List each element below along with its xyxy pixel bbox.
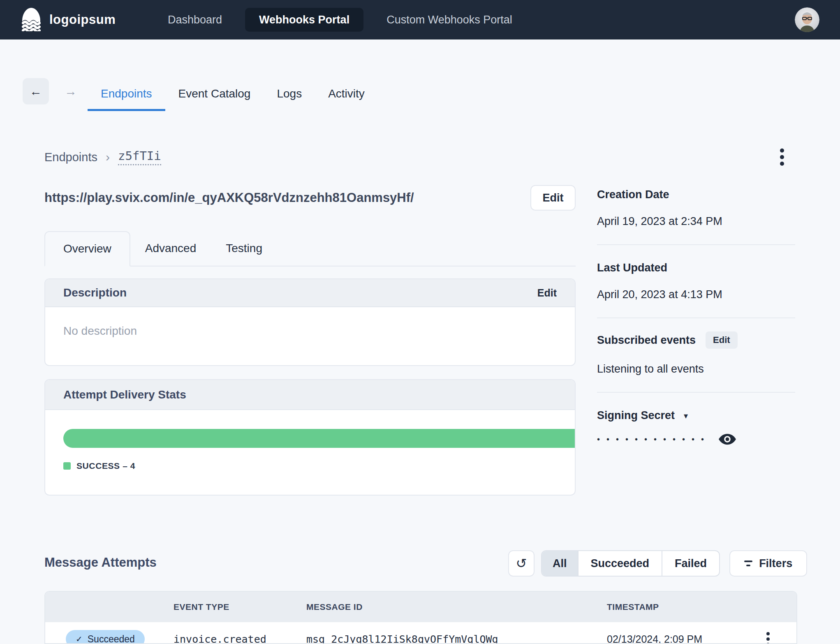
description-card: Description Edit No description: [44, 278, 576, 366]
last-updated-label: Last Updated: [597, 262, 795, 274]
row-message-id: msg_2cJyg8l12IiSk8qvOFfYmVqlQWg: [306, 633, 607, 644]
col-message-id: MESSAGE ID: [306, 602, 607, 612]
attempts-controls: ↺ All Succeeded Failed Filters: [508, 550, 807, 577]
filters-button[interactable]: Filters: [729, 550, 807, 577]
breadcrumb: Endpoints › z5fTIi: [44, 148, 797, 166]
endpoint-options-kebab-icon[interactable]: [778, 147, 786, 167]
signing-secret-toggle[interactable]: Signing Secret ▾: [597, 409, 688, 422]
success-bar: [63, 429, 576, 448]
description-title: Description: [63, 286, 127, 299]
success-legend-label: SUCCESS – 4: [76, 461, 135, 471]
creation-date-value: April 19, 2023 at 2:34 PM: [597, 215, 795, 228]
portal-tab-bar: ← → Endpoints Event Catalog Logs Activit…: [23, 78, 378, 111]
detail-tabs: Overview Advanced Testing: [44, 231, 576, 266]
back-button[interactable]: ←: [23, 78, 49, 104]
filter-succeeded-button[interactable]: Succeeded: [578, 551, 662, 576]
reveal-secret-eye-icon[interactable]: [719, 433, 736, 445]
forward-button[interactable]: →: [58, 78, 84, 104]
divider: [597, 392, 795, 393]
description-card-header: Description Edit: [45, 279, 575, 307]
filter-lines-icon: [744, 561, 752, 566]
filter-failed-button[interactable]: Failed: [662, 551, 719, 576]
delivery-stats-header: Attempt Delivery Stats: [45, 380, 575, 410]
chevron-right-icon: ›: [106, 151, 110, 163]
success-swatch-icon: [63, 462, 71, 470]
tab-activity[interactable]: Activity: [315, 78, 378, 111]
description-empty-text: No description: [45, 307, 575, 338]
top-navbar: logoipsum Dashboard Webhooks Portal Cust…: [0, 0, 840, 39]
signing-secret-label: Signing Secret: [597, 409, 675, 422]
edit-url-button[interactable]: Edit: [530, 185, 576, 211]
tab-logs[interactable]: Logs: [264, 78, 315, 111]
breadcrumb-endpoint-id[interactable]: z5fTIi: [118, 149, 161, 165]
nav-webhooks-portal[interactable]: Webhooks Portal: [245, 8, 363, 32]
col-timestamp: TIMESTAMP: [607, 602, 757, 612]
last-updated-value: April 20, 2023 at 4:13 PM: [597, 288, 795, 301]
table-row[interactable]: ✓ Succeeded invoice.created msg_2cJyg8l1…: [45, 622, 796, 644]
stats-legend: SUCCESS – 4: [63, 461, 557, 471]
creation-date-label: Creation Date: [597, 188, 795, 201]
nav-dashboard[interactable]: Dashboard: [168, 14, 222, 26]
tab-advanced[interactable]: Advanced: [130, 231, 211, 266]
edit-subscribed-events-button[interactable]: Edit: [706, 331, 738, 349]
back-arrow-icon: ←: [30, 84, 42, 98]
subscribed-events-row: Subscribed events Edit: [597, 331, 795, 349]
check-icon: ✓: [76, 634, 83, 644]
col-event-type: EVENT TYPE: [174, 602, 306, 612]
refresh-icon: ↺: [516, 556, 527, 571]
divider: [597, 317, 795, 318]
delivery-stats-card: Attempt Delivery Stats SUCCESS – 4: [44, 379, 576, 496]
portal-tabs: Endpoints Event Catalog Logs Activity: [88, 78, 378, 111]
row-options-kebab-icon[interactable]: [765, 630, 771, 644]
row-event-type: invoice.created: [174, 633, 306, 644]
attempts-table: EVENT TYPE MESSAGE ID TIMESTAMP ✓ Succee…: [44, 591, 797, 644]
masked-secret: ••••••••••••: [597, 435, 710, 443]
endpoint-url: https://play.svix.com/in/e_qyAXKQ58rVdzn…: [44, 190, 414, 205]
filters-button-label: Filters: [759, 557, 792, 570]
divider: [597, 244, 795, 245]
tab-testing[interactable]: Testing: [211, 231, 277, 266]
delivery-stats-title: Attempt Delivery Stats: [63, 388, 186, 401]
filter-all-button[interactable]: All: [542, 551, 578, 576]
tab-endpoints[interactable]: Endpoints: [88, 78, 165, 111]
brand-logo: logoipsum: [20, 0, 116, 39]
status-badge: ✓ Succeeded: [66, 630, 145, 644]
primary-nav: Dashboard Webhooks Portal Custom Webhook…: [168, 0, 512, 39]
refresh-button[interactable]: ↺: [508, 550, 535, 577]
endpoint-url-row: https://play.svix.com/in/e_qyAXKQ58rVdzn…: [44, 185, 576, 211]
message-attempts-title: Message Attempts: [44, 555, 157, 570]
edit-description-button[interactable]: Edit: [537, 287, 557, 299]
nav-custom-webhooks-portal[interactable]: Custom Webhooks Portal: [386, 14, 512, 26]
user-avatar[interactable]: [795, 7, 819, 32]
status-badge-label: Succeeded: [88, 634, 135, 644]
tab-overview[interactable]: Overview: [44, 231, 130, 266]
webhooks-portal-page: logoipsum Dashboard Webhooks Portal Cust…: [0, 0, 840, 644]
row-timestamp: 02/13/2024, 2:09 PM: [607, 633, 757, 644]
tab-event-catalog[interactable]: Event Catalog: [165, 78, 264, 111]
chevron-down-icon: ▾: [684, 411, 688, 421]
logoipsum-icon: [20, 7, 43, 33]
subscribed-events-label: Subscribed events: [597, 334, 696, 347]
subscribed-events-value: Listening to all events: [597, 363, 795, 375]
attempts-table-header: EVENT TYPE MESSAGE ID TIMESTAMP: [45, 592, 796, 622]
forward-arrow-icon: →: [65, 84, 77, 98]
brand-name: logoipsum: [49, 12, 116, 27]
status-filter-segmented: All Succeeded Failed: [541, 550, 720, 577]
signing-secret-row: ••••••••••••: [597, 433, 795, 445]
breadcrumb-endpoints-link[interactable]: Endpoints: [44, 151, 97, 164]
endpoint-meta-sidebar: Creation Date April 19, 2023 at 2:34 PM …: [597, 188, 795, 445]
